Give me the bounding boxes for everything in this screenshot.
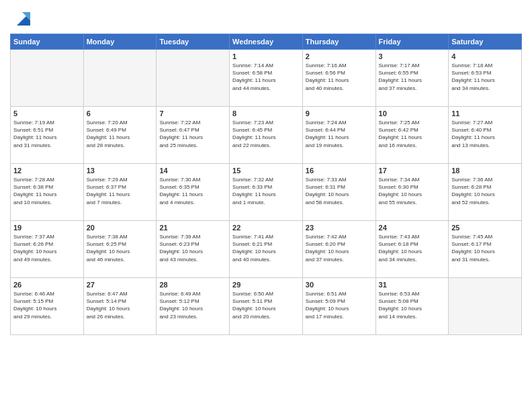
day-number: 24 [379,224,446,232]
day-info: Sunrise: 7:14 AM Sunset: 6:58 PM Dayligh… [232,62,300,92]
logo-icon [11,7,33,28]
day-info: Sunrise: 7:34 AM Sunset: 6:30 PM Dayligh… [379,176,446,206]
calendar-cell: 9Sunrise: 7:24 AM Sunset: 6:44 PM Daylig… [302,107,375,164]
day-info: Sunrise: 6:50 AM Sunset: 5:11 PM Dayligh… [232,290,300,320]
day-info: Sunrise: 7:16 AM Sunset: 6:56 PM Dayligh… [306,62,373,92]
day-info: Sunrise: 7:24 AM Sunset: 6:44 PM Dayligh… [306,119,373,149]
calendar-cell: 21Sunrise: 7:39 AM Sunset: 6:23 PM Dayli… [157,221,230,278]
day-header-friday: Friday [375,34,449,50]
calendar-cell: 28Sunrise: 6:49 AM Sunset: 5:12 PM Dayli… [157,278,230,335]
day-number: 15 [232,167,300,175]
day-info: Sunrise: 7:36 AM Sunset: 6:28 PM Dayligh… [451,176,519,206]
day-number: 18 [451,167,519,175]
day-number: 30 [306,281,373,289]
calendar-cell: 25Sunrise: 7:45 AM Sunset: 6:17 PM Dayli… [449,221,522,278]
day-info: Sunrise: 6:46 AM Sunset: 5:15 PM Dayligh… [13,290,81,320]
day-info: Sunrise: 7:22 AM Sunset: 6:47 PM Dayligh… [159,119,226,149]
calendar-cell [449,278,522,335]
day-info: Sunrise: 6:51 AM Sunset: 5:09 PM Dayligh… [306,290,373,320]
day-number: 9 [306,109,373,118]
calendar-cell: 1Sunrise: 7:14 AM Sunset: 6:58 PM Daylig… [230,50,303,107]
day-header-tuesday: Tuesday [157,34,230,50]
day-number: 5 [13,109,81,118]
day-info: Sunrise: 6:53 AM Sunset: 5:08 PM Dayligh… [379,290,446,320]
day-info: Sunrise: 7:20 AM Sunset: 6:49 PM Dayligh… [87,119,154,149]
day-number: 26 [13,281,81,289]
calendar-cell: 24Sunrise: 7:43 AM Sunset: 6:18 PM Dayli… [375,221,449,278]
day-number: 13 [87,167,154,175]
day-info: Sunrise: 7:37 AM Sunset: 6:26 PM Dayligh… [13,233,81,263]
day-info: Sunrise: 7:23 AM Sunset: 6:45 PM Dayligh… [232,119,300,149]
day-number: 19 [13,224,81,232]
day-info: Sunrise: 7:17 AM Sunset: 6:55 PM Dayligh… [379,62,446,92]
day-info: Sunrise: 6:49 AM Sunset: 5:12 PM Dayligh… [159,290,226,320]
calendar-cell: 30Sunrise: 6:51 AM Sunset: 5:09 PM Dayli… [302,278,375,335]
calendar-cell: 13Sunrise: 7:29 AM Sunset: 6:37 PM Dayli… [83,164,157,221]
day-number: 28 [159,281,226,289]
calendar-cell [11,50,84,107]
week-row-4: 19Sunrise: 7:37 AM Sunset: 6:26 PM Dayli… [11,221,522,278]
calendar-cell: 20Sunrise: 7:38 AM Sunset: 6:25 PM Dayli… [83,221,157,278]
day-number: 4 [451,52,519,60]
day-number: 12 [13,167,81,175]
day-number: 29 [232,281,300,289]
day-info: Sunrise: 7:39 AM Sunset: 6:23 PM Dayligh… [159,233,226,263]
calendar-cell: 27Sunrise: 6:47 AM Sunset: 5:14 PM Dayli… [83,278,157,335]
calendar-cell: 16Sunrise: 7:33 AM Sunset: 6:31 PM Dayli… [302,164,375,221]
day-number: 7 [159,109,226,118]
day-number: 14 [159,167,226,175]
day-info: Sunrise: 7:45 AM Sunset: 6:17 PM Dayligh… [451,233,519,263]
calendar-container: SundayMondayTuesdayWednesdayThursdayFrid… [0,0,532,411]
calendar-cell: 6Sunrise: 7:20 AM Sunset: 6:49 PM Daylig… [83,107,157,164]
day-number: 16 [306,167,373,175]
week-row-2: 5Sunrise: 7:19 AM Sunset: 6:51 PM Daylig… [11,107,522,164]
calendar-cell: 29Sunrise: 6:50 AM Sunset: 5:11 PM Dayli… [230,278,303,335]
calendar-cell: 23Sunrise: 7:42 AM Sunset: 6:20 PM Dayli… [302,221,375,278]
day-info: Sunrise: 7:30 AM Sunset: 6:35 PM Dayligh… [159,176,226,206]
day-number: 17 [379,167,446,175]
day-info: Sunrise: 7:41 AM Sunset: 6:21 PM Dayligh… [232,233,300,263]
calendar-cell: 2Sunrise: 7:16 AM Sunset: 6:56 PM Daylig… [302,50,375,107]
day-number: 6 [87,109,154,118]
calendar-cell: 10Sunrise: 7:25 AM Sunset: 6:42 PM Dayli… [375,107,449,164]
day-header-thursday: Thursday [302,34,375,50]
day-number: 27 [87,281,154,289]
logo-text [10,7,33,28]
day-header-sunday: Sunday [11,34,84,50]
calendar-cell: 14Sunrise: 7:30 AM Sunset: 6:35 PM Dayli… [157,164,230,221]
day-number: 3 [379,52,446,60]
day-number: 11 [451,109,519,118]
day-number: 22 [232,224,300,232]
day-number: 2 [306,52,373,60]
days-header-row: SundayMondayTuesdayWednesdayThursdayFrid… [11,34,522,50]
day-info: Sunrise: 7:28 AM Sunset: 6:38 PM Dayligh… [13,176,81,206]
calendar-cell [157,50,230,107]
calendar-cell: 8Sunrise: 7:23 AM Sunset: 6:45 PM Daylig… [230,107,303,164]
header [10,7,522,28]
day-info: Sunrise: 7:33 AM Sunset: 6:31 PM Dayligh… [306,176,373,206]
calendar-cell: 18Sunrise: 7:36 AM Sunset: 6:28 PM Dayli… [449,164,522,221]
calendar-cell: 31Sunrise: 6:53 AM Sunset: 5:08 PM Dayli… [375,278,449,335]
day-info: Sunrise: 7:25 AM Sunset: 6:42 PM Dayligh… [379,119,446,149]
day-info: Sunrise: 7:32 AM Sunset: 6:33 PM Dayligh… [232,176,300,206]
calendar-cell: 22Sunrise: 7:41 AM Sunset: 6:21 PM Dayli… [230,221,303,278]
day-number: 8 [232,109,300,118]
calendar-cell [83,50,157,107]
calendar-cell: 12Sunrise: 7:28 AM Sunset: 6:38 PM Dayli… [11,164,84,221]
calendar-cell: 17Sunrise: 7:34 AM Sunset: 6:30 PM Dayli… [375,164,449,221]
day-info: Sunrise: 6:47 AM Sunset: 5:14 PM Dayligh… [87,290,154,320]
day-number: 10 [379,109,446,118]
logo [10,7,33,28]
day-header-wednesday: Wednesday [230,34,303,50]
calendar-cell: 19Sunrise: 7:37 AM Sunset: 6:26 PM Dayli… [11,221,84,278]
calendar-cell: 3Sunrise: 7:17 AM Sunset: 6:55 PM Daylig… [375,50,449,107]
day-info: Sunrise: 7:43 AM Sunset: 6:18 PM Dayligh… [379,233,446,263]
day-number: 25 [451,224,519,232]
day-info: Sunrise: 7:27 AM Sunset: 6:40 PM Dayligh… [451,119,519,149]
calendar-table: SundayMondayTuesdayWednesdayThursdayFrid… [10,34,522,335]
calendar-cell: 4Sunrise: 7:18 AM Sunset: 6:53 PM Daylig… [449,50,522,107]
day-number: 21 [159,224,226,232]
day-info: Sunrise: 7:42 AM Sunset: 6:20 PM Dayligh… [306,233,373,263]
day-number: 1 [232,52,300,60]
week-row-3: 12Sunrise: 7:28 AM Sunset: 6:38 PM Dayli… [11,164,522,221]
